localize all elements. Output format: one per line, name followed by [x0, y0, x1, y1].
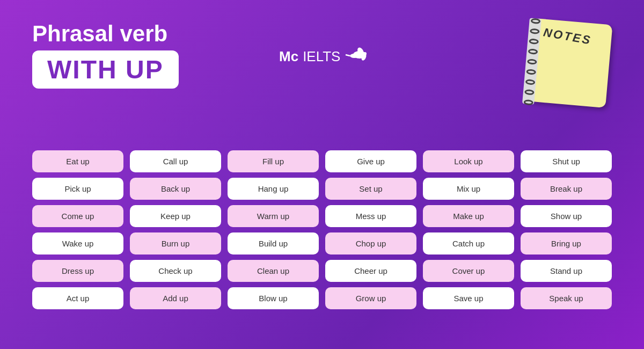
phrasal-verb-card: Save up [423, 287, 514, 309]
phrasal-verb-card: Eat up [32, 150, 123, 172]
phrasal-verb-card: Warm up [228, 205, 319, 227]
phrasal-verb-card: Show up [521, 205, 612, 227]
svg-line-2 [346, 55, 350, 56]
phrasal-verb-card: Fill up [228, 150, 319, 172]
notebook: NOTES [521, 11, 612, 107]
phrasal-verb-card: Look up [423, 150, 514, 172]
svg-point-1 [350, 54, 358, 58]
phrasal-verb-card: Dress up [32, 260, 123, 282]
phrasal-verb-card: Burn up [130, 232, 221, 255]
phrasal-verb-card: Wake up [32, 232, 123, 255]
phrasal-verb-card: Cheer up [325, 260, 416, 282]
phrasal-verb-card: Come up [32, 205, 123, 227]
phrasal-verb-card: Check up [130, 260, 221, 282]
phrasal-verb-card: Mix up [423, 178, 514, 200]
header-section: Phrasal verb WITH UP [32, 21, 179, 89]
phrasal-verb-card: Grow up [325, 287, 416, 309]
phrasal-verb-card: Cover up [423, 260, 514, 282]
with-up-box: WITH UP [32, 50, 179, 89]
phrasal-verb-card: Blow up [228, 287, 319, 309]
phrasal-verb-card: Add up [130, 287, 221, 309]
phrasal-verb-card: Call up [130, 150, 221, 172]
phrasal-verb-card: Stand up [521, 260, 612, 282]
phrasal-verb-card: Give up [325, 150, 416, 172]
phrasal-verb-card: Break up [521, 178, 612, 200]
phrasal-verb-card: Clean up [228, 260, 319, 282]
hummingbird-icon [345, 43, 371, 70]
phrasal-verb-card: Pick up [32, 178, 123, 200]
phrasal-verb-card: Catch up [423, 232, 514, 255]
logo-mc: Mc [279, 48, 298, 65]
phrasal-verb-card: Chop up [325, 232, 416, 255]
phrasal-verb-card: Set up [325, 178, 416, 200]
svg-point-5 [363, 52, 367, 55]
logo-ielts: IELTS [303, 48, 340, 65]
phrasal-verb-card: Speak up [521, 287, 612, 309]
cards-grid: Eat upCall upFill upGive upLook upShut u… [32, 150, 612, 309]
phrasal-verb-card: Bring up [521, 232, 612, 255]
phrasal-verb-card: Build up [228, 232, 319, 255]
phrasal-verb-card: Mess up [325, 205, 416, 227]
phrasal-verb-card: Make up [423, 205, 514, 227]
header-line1: Phrasal verb [32, 21, 179, 46]
header-line2: WITH UP [47, 55, 164, 84]
phrasal-verb-card: Act up [32, 287, 123, 309]
phrasal-verb-card: Hang up [228, 178, 319, 200]
phrasal-verb-card: Keep up [130, 205, 221, 227]
phrasal-verb-card: Back up [130, 178, 221, 200]
logo-area: Mc IELTS [279, 43, 371, 70]
phrasal-verb-card: Shut up [521, 150, 612, 172]
